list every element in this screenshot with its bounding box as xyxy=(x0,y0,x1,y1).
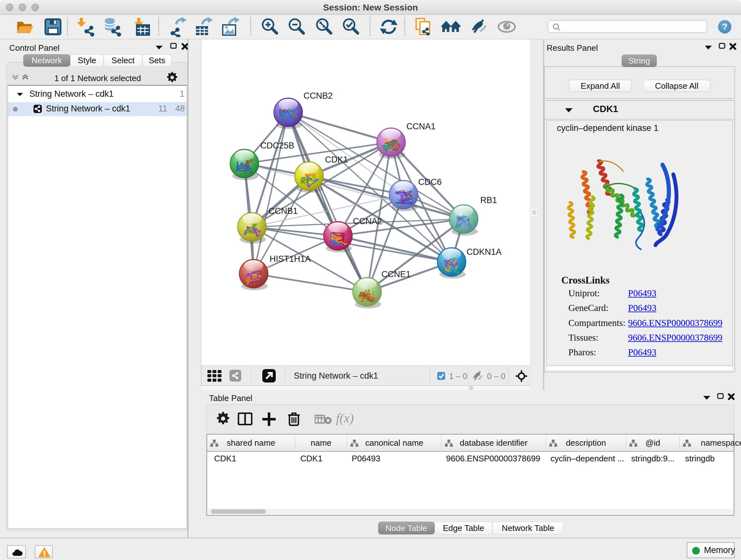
svg-text:CCNB1: CCNB1 xyxy=(269,206,298,216)
svg-text:CDC6: CDC6 xyxy=(418,177,442,187)
svg-text:CCNA1: CCNA1 xyxy=(407,122,436,131)
svg-text:RB1: RB1 xyxy=(480,195,497,205)
svg-text:CDKN1A: CDKN1A xyxy=(467,247,502,257)
svg-text:CDC25B: CDC25B xyxy=(260,141,294,150)
svg-text:CDK1: CDK1 xyxy=(325,155,348,165)
svg-text:CCNE1: CCNE1 xyxy=(381,269,411,279)
svg-text:CCNB2: CCNB2 xyxy=(304,91,333,101)
svg-text:CCNA2: CCNA2 xyxy=(353,216,382,226)
svg-text:HIST1H1A: HIST1H1A xyxy=(270,254,311,264)
